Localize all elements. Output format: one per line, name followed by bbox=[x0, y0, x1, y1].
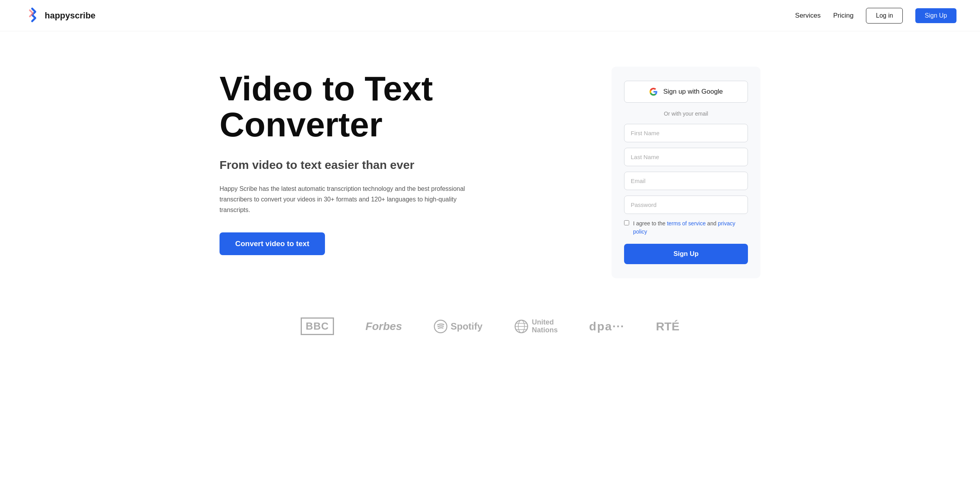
brands-section: BBC Forbes Spotify United Nations dpa···… bbox=[0, 302, 980, 359]
terms-text: I agree to the terms of service and priv… bbox=[633, 219, 748, 236]
email-input[interactable] bbox=[624, 172, 748, 190]
hero-section: Video to Text Converter From video to te… bbox=[196, 31, 784, 302]
brand-bbc: BBC bbox=[301, 317, 334, 335]
brand-forbes: Forbes bbox=[365, 320, 402, 333]
signup-form-button[interactable]: Sign Up bbox=[624, 244, 748, 264]
nav-services[interactable]: Services bbox=[795, 12, 820, 20]
hero-title: Video to Text Converter bbox=[220, 71, 525, 143]
brand-un: United Nations bbox=[514, 319, 558, 334]
google-signup-label: Sign up with Google bbox=[663, 88, 723, 96]
nav-pricing[interactable]: Pricing bbox=[833, 12, 854, 20]
signup-card: Sign up with Google Or with your email I… bbox=[612, 67, 760, 278]
hero-subtitle: From video to text easier than ever bbox=[220, 157, 525, 172]
google-signup-button[interactable]: Sign up with Google bbox=[624, 81, 748, 103]
spotify-icon bbox=[434, 319, 448, 334]
hero-left: Video to Text Converter From video to te… bbox=[220, 63, 525, 255]
last-name-input[interactable] bbox=[624, 148, 748, 166]
hero-description: Happy Scribe has the latest automatic tr… bbox=[220, 183, 486, 216]
brand-dpa: dpa··· bbox=[589, 320, 624, 333]
brand-spotify: Spotify bbox=[434, 319, 483, 334]
signup-nav-button[interactable]: Sign Up bbox=[915, 8, 956, 23]
google-icon bbox=[649, 87, 658, 96]
logo-text: happyscribe bbox=[45, 11, 96, 21]
terms-row: I agree to the terms of service and priv… bbox=[624, 219, 748, 236]
convert-cta-button[interactable]: Convert video to text bbox=[220, 232, 325, 255]
or-divider: Or with your email bbox=[624, 111, 748, 117]
navigation: happyscribe Services Pricing Log in Sign… bbox=[0, 0, 980, 31]
login-button[interactable]: Log in bbox=[866, 8, 903, 24]
terms-checkbox[interactable] bbox=[624, 220, 629, 225]
first-name-input[interactable] bbox=[624, 124, 748, 142]
password-input[interactable] bbox=[624, 196, 748, 214]
un-icon bbox=[514, 319, 529, 334]
logo[interactable]: happyscribe bbox=[24, 7, 96, 24]
terms-of-service-link[interactable]: terms of service bbox=[667, 220, 706, 227]
brand-rte: RTÉ bbox=[656, 320, 679, 333]
svg-point-0 bbox=[434, 320, 447, 333]
nav-right: Services Pricing Log in Sign Up bbox=[795, 8, 956, 24]
